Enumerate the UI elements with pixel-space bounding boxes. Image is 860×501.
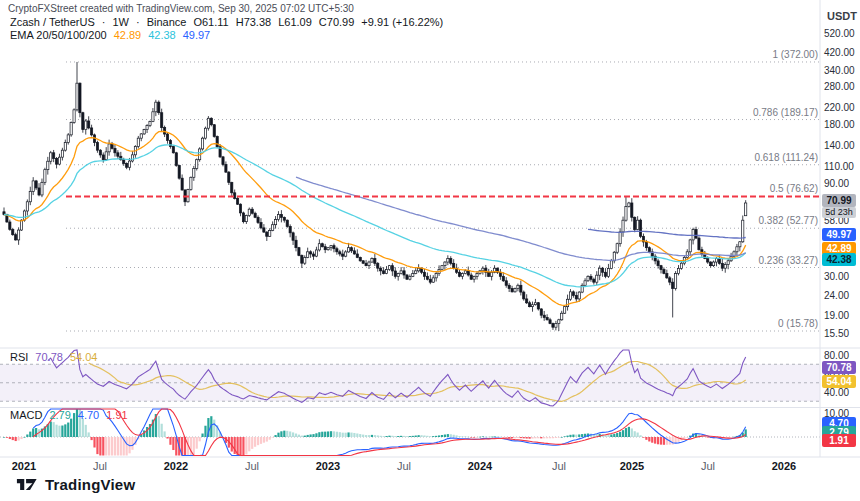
time-axis-label[interactable]: 2022 [154,460,198,472]
fib-level-label: 0.236 (33.27) [759,255,819,266]
candle-body [50,153,52,161]
macd-histogram-bar [639,435,641,437]
macd-histogram-bar [420,435,422,437]
macd-histogram-bar [526,437,528,439]
open-label: O [193,16,202,28]
candle-body [397,274,399,277]
candle-body [572,292,574,296]
ema-legend-row[interactable]: EMA 20/50/100/200 42.89 42.38 49.97 [10,29,210,41]
candle-body [9,222,11,229]
candle-body [263,228,265,232]
macd-histogram-bar [505,437,507,438]
time-axis-label[interactable]: Jul [686,460,730,472]
time-axis-label[interactable]: 2021 [2,460,46,472]
time-axis-label[interactable]: Jul [230,460,274,472]
candle-body [67,135,69,143]
candle-body [117,153,119,156]
candle-body [301,255,303,263]
candle-body [108,144,110,152]
change-value: +9.91 (+16.22%) [361,16,443,28]
candle-body [555,323,557,327]
ohlc-high: H73.38 [236,16,271,28]
candle-body [619,232,621,244]
macd-histogram-bar [625,428,627,437]
high-value: 73.38 [244,16,272,28]
candle-body [274,220,276,225]
macd-histogram-bar [254,437,256,447]
candle-body [409,276,411,279]
candle-body [561,313,563,320]
macd-histogram-bar [441,435,443,437]
macd-histogram-bar [310,434,312,437]
candle-body [415,271,417,274]
ema-lines [4,131,820,305]
macd-histogram-bar [496,436,498,437]
price-scale-currency-label[interactable]: USDT [827,10,857,22]
time-axis-label[interactable]: 2025 [610,460,654,472]
macd-histogram-bar [15,437,17,441]
macd-histogram-bar [61,426,63,437]
close-value: 70.99 [327,16,355,28]
macd-histogram-bar [58,426,60,437]
macd-histogram-bar [374,435,376,437]
time-axis-label[interactable]: 2024 [458,460,502,472]
candle-body [248,209,250,215]
macd-histogram-bar [93,437,95,448]
ema50-price-badge: 42.38 [822,253,856,266]
macd-histogram-bar [409,436,411,437]
rsi-legend-row[interactable]: RSI 70.78 54.04 [10,351,97,363]
fib-level-label: 0.618 (111.24) [754,152,818,163]
candle-body [450,258,452,263]
candle-body [102,155,104,160]
candle-body [213,125,215,137]
macd-histogram-bar [482,436,484,437]
price-tick-label: 110.00 [824,161,854,172]
interval-label: 1W [112,16,129,28]
macd-histogram-bar [114,437,116,456]
candle-body [254,213,256,217]
macd-histogram-bar [257,437,259,445]
macd-histogram-bar [85,425,87,437]
candle-body [88,121,90,128]
chart-canvas[interactable] [0,0,860,501]
candle-body [149,121,151,125]
macd-histogram-bar [707,437,709,438]
candle-body [55,158,57,164]
candle-body [631,203,633,217]
time-axis-label[interactable]: Jul [382,460,426,472]
candle-body [675,274,677,289]
time-axis-label[interactable]: 2023 [306,460,350,472]
candle-body [193,169,195,178]
candle-body [543,315,545,317]
candle-body [491,272,493,276]
candle-body [508,285,510,288]
candle-body [312,254,314,256]
candle-body [745,203,747,216]
macd-histogram-bar [634,431,636,437]
macd-histogram-bar [529,437,531,439]
candle-body [342,254,344,256]
macd-legend-row[interactable]: MACD 2.79 4.70 1.91 [10,409,128,421]
macd-histogram-bar [161,424,163,437]
tradingview-footer-link[interactable]: TradingView [16,476,135,493]
candle-body [552,323,554,327]
candle-body [610,261,612,269]
macd-histogram-bar [292,432,294,437]
candle-body [272,225,274,231]
candle-body [727,261,729,265]
macd-histogram-bar [572,435,574,437]
candle-body [286,220,288,226]
candle-body [564,307,566,314]
candle-body [514,289,516,292]
time-axis-label[interactable]: 2026 [762,460,806,472]
candle-body [146,126,148,130]
time-axis-label[interactable]: Jul [537,460,581,472]
candle-body [359,257,361,260]
candle-body [400,271,402,274]
symbol-legend-row[interactable]: Zcash / TetherUS · 1W · Binance O61.11 H… [10,16,443,28]
time-axis-label[interactable]: Jul [78,460,122,472]
candle-body [161,113,163,128]
macd-histogram-bar [260,437,262,444]
candle-body [666,274,668,278]
macd-histogram-bar [371,435,373,437]
